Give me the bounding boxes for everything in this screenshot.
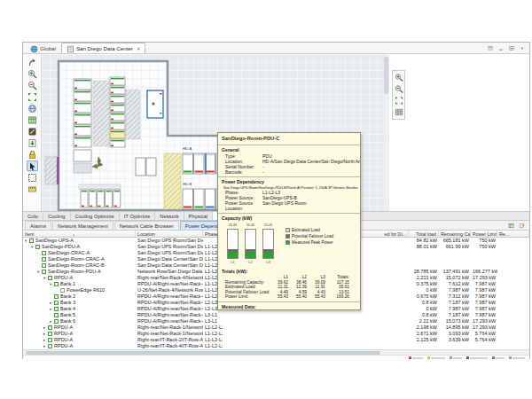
column-header-item[interactable]: Item▴ xyxy=(23,231,136,237)
rack-status-top xyxy=(90,191,95,192)
used-cell xyxy=(246,331,409,337)
item-type-icon xyxy=(54,294,59,299)
fit-icon[interactable] xyxy=(394,95,404,106)
canvas-vertical-scrollbar[interactable] xyxy=(384,55,388,209)
limit-cell xyxy=(471,262,497,269)
perspective-tab-cooling[interactable]: Cooling xyxy=(43,212,71,220)
status-text-blur xyxy=(412,357,423,359)
rack[interactable] xyxy=(81,190,88,207)
table-row[interactable]: ▸RPDU-ARight-rear/Net-Rack-1/Network R..… xyxy=(23,331,529,337)
row-label-hd-a: HD-A xyxy=(183,146,192,151)
table-row[interactable]: ▸Bank 6RPDU-A/Right-rear/Net-Rack-4/N...… xyxy=(23,318,529,325)
item-name: SanDiego-Room-CRAC-B xyxy=(48,262,105,269)
limit-cell: 7.987 kW xyxy=(471,293,497,300)
perspective-tab-colo[interactable]: Colo xyxy=(23,212,43,220)
location-cell: RPDU-A/Right-rear/Net-Rack-4/N... xyxy=(136,281,203,287)
item-cell: ▸Bank 6 xyxy=(23,318,136,325)
grid-icon[interactable] xyxy=(394,106,404,117)
palette-icon[interactable] xyxy=(487,44,494,51)
select-area-icon[interactable] xyxy=(27,172,38,183)
editor-tab-label: San Diego Data Center xyxy=(76,45,133,51)
total-cell: 0 kW xyxy=(409,287,439,293)
table-row[interactable]: ▸RPDU-ARight-rear/IT-Rack-4/IT-Row-A/Sa.… xyxy=(23,343,529,349)
column-header-label: Power Limit xyxy=(473,231,497,237)
table-row[interactable]: ▸RPDU-ARight-rear/Net-Rack-1/Network R..… xyxy=(23,325,529,331)
panel-status-dot xyxy=(152,102,154,105)
legend-swatch xyxy=(286,228,290,232)
wall-attachment-bar xyxy=(57,157,59,184)
item-type-icon xyxy=(54,319,59,324)
window-controls xyxy=(487,44,526,51)
import-icon[interactable] xyxy=(27,137,38,148)
perspective-tab-physical[interactable]: Physical xyxy=(184,212,214,220)
measure-icon[interactable] xyxy=(27,184,38,194)
rack-status-top xyxy=(111,87,124,88)
rack[interactable] xyxy=(97,190,104,207)
perspective-tab-cooling-optimize[interactable]: Cooling Optimize xyxy=(71,212,120,220)
re-cell xyxy=(497,312,529,318)
column-header-re[interactable]: Re... xyxy=(497,231,529,237)
outlet-cell xyxy=(223,325,246,331)
globe-tool-icon[interactable] xyxy=(27,103,38,113)
legend-swatch xyxy=(286,240,290,245)
editor-tab-san-diego-data-center[interactable]: San Diego Data Center✕ xyxy=(61,43,146,53)
column-header-limit[interactable]: Power Limit xyxy=(471,231,497,237)
phase-cell: L3-L1 xyxy=(203,318,223,325)
column-header-remaining[interactable]: Remaining Ca... xyxy=(439,231,471,237)
floor-pdu[interactable] xyxy=(146,158,156,176)
item-name: Bank 1 xyxy=(60,281,75,287)
pan-icon[interactable] xyxy=(27,57,38,67)
fit-icon[interactable] xyxy=(27,91,38,102)
close-tab-icon[interactable]: ✕ xyxy=(137,46,141,51)
zoom-out-icon[interactable] xyxy=(394,83,404,94)
layout-icon[interactable] xyxy=(508,44,515,51)
column-header-location[interactable]: Location xyxy=(136,231,203,237)
totals-cell: 55.43 xyxy=(307,294,325,300)
perspective-tab-it-optimize[interactable]: IT Optimize xyxy=(120,212,156,220)
zoom-in-icon[interactable] xyxy=(394,72,404,82)
rack-status-bottom xyxy=(74,134,77,136)
table-row[interactable]: Bank 5RPDU-A/Right-rear/Net-Rack-4/N...L… xyxy=(23,312,529,318)
rack[interactable] xyxy=(89,190,96,207)
table-icon[interactable] xyxy=(27,114,38,125)
item-name: SanDiego-PDU-A xyxy=(42,244,80,250)
item-cell: ▾SanDiego-PDU-A xyxy=(23,244,136,250)
limit-cell xyxy=(471,343,497,349)
zoom-out-icon[interactable] xyxy=(27,80,38,90)
general-field-label: Barcode: xyxy=(222,169,262,175)
floor-pdu[interactable] xyxy=(136,158,145,176)
zoom-in-icon[interactable] xyxy=(27,68,38,79)
lock-icon[interactable] xyxy=(27,149,38,160)
floor-unit[interactable] xyxy=(74,150,91,161)
cursor-icon[interactable] xyxy=(27,160,38,171)
popup-section-totals: Totals (kW): xyxy=(222,269,356,274)
used-cell xyxy=(246,318,409,325)
general-field: Barcode:- xyxy=(222,169,356,175)
item-name: SanDiego-Room-PDU-A xyxy=(48,269,101,275)
menu-icon[interactable] xyxy=(519,44,526,51)
re-cell xyxy=(497,256,529,262)
perspective-tab-network[interactable]: Network xyxy=(155,212,184,220)
total-cell: 84.82 kW xyxy=(409,238,439,244)
minimize-icon[interactable] xyxy=(497,44,505,51)
bar-top-label: 55.43 xyxy=(227,223,239,227)
edit-icon[interactable] xyxy=(27,126,38,137)
export-icon[interactable] xyxy=(518,222,526,230)
used-cell xyxy=(246,312,409,318)
table-row[interactable]: ▸RPDU-ARight-rear/IT-Rack-2/IT-Row-A/Sa.… xyxy=(23,337,529,343)
status-text-blur xyxy=(453,357,462,359)
column-header-total[interactable]: Total load xyxy=(409,231,439,237)
view-tab-network-management[interactable]: Network Management xyxy=(52,221,113,230)
item-cell: SanDiego-Room-CRAC-A xyxy=(23,256,136,262)
editor-tab-global[interactable]: Global xyxy=(25,43,61,53)
view-tab-network-cable-browser[interactable]: Network Cable Browser xyxy=(114,221,179,230)
floor-unit[interactable] xyxy=(74,163,91,173)
item-type-icon xyxy=(42,270,46,274)
rack[interactable] xyxy=(113,190,121,207)
table-green-icon[interactable] xyxy=(507,222,515,230)
item-type-icon xyxy=(35,245,40,249)
rack[interactable] xyxy=(106,190,113,207)
view-tab-alarms[interactable]: Alarms xyxy=(25,221,51,230)
limit-cell: 5.764 kW xyxy=(471,337,497,343)
column-header-label: ed for Di... xyxy=(385,231,406,237)
